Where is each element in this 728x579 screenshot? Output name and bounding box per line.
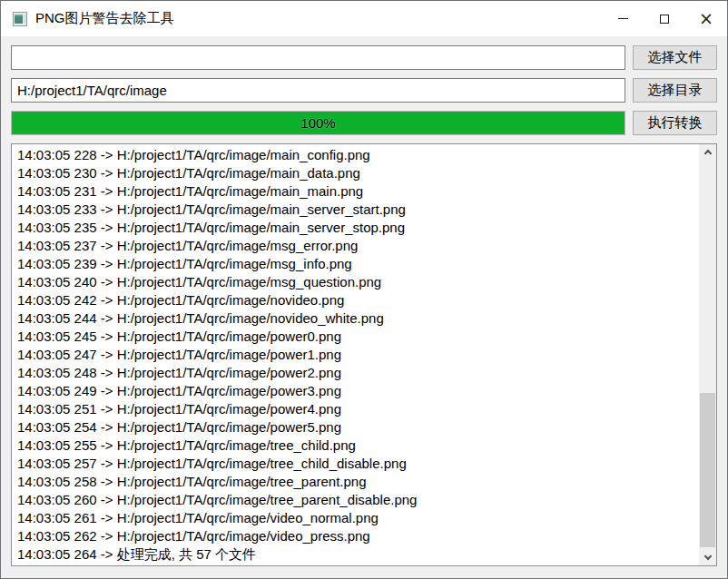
scrollbar-thumb[interactable] — [700, 393, 715, 547]
dir-picker-row: 选择目录 — [11, 78, 717, 103]
log-line: 14:03:05 228 -> H:/project1/TA/qrc/image… — [17, 146, 694, 164]
log-line: 14:03:05 233 -> H:/project1/TA/qrc/image… — [17, 201, 694, 219]
file-path-input[interactable] — [11, 45, 625, 70]
log-line: 14:03:05 244 -> H:/project1/TA/qrc/image… — [17, 309, 694, 328]
log-line: 14:03:05 264 -> 处理完成, 共 57 个文件 — [17, 545, 694, 564]
log-lines: 14:03:05 228 -> H:/project1/TA/qrc/image… — [12, 144, 716, 564]
log-line: 14:03:05 249 -> H:/project1/TA/qrc/image… — [17, 382, 694, 400]
titlebar: PNG图片警告去除工具 × — [1, 1, 727, 36]
app-window-icon — [13, 12, 27, 26]
log-line: 14:03:05 237 -> H:/project1/TA/qrc/image… — [17, 237, 694, 255]
log-line: 14:03:05 231 -> H:/project1/TA/qrc/image… — [17, 182, 694, 201]
log-line: 14:03:05 239 -> H:/project1/TA/qrc/image… — [17, 255, 694, 273]
close-button[interactable]: × — [685, 1, 727, 36]
log-line: 14:03:05 242 -> H:/project1/TA/qrc/image… — [17, 291, 694, 309]
directory-path-input[interactable] — [11, 78, 625, 103]
log-line: 14:03:05 257 -> H:/project1/TA/qrc/image… — [17, 455, 694, 473]
progress-percent-label: 100% — [12, 112, 625, 134]
log-line: 14:03:05 258 -> H:/project1/TA/qrc/image… — [17, 473, 694, 491]
minimize-button[interactable] — [602, 1, 644, 36]
execute-convert-button[interactable]: 执行转换 — [633, 111, 717, 135]
select-directory-button[interactable]: 选择目录 — [633, 78, 717, 103]
app-window: PNG图片警告去除工具 × 选择文件 选择目录 100% 执行转换 — [0, 0, 728, 579]
select-file-button[interactable]: 选择文件 — [633, 45, 717, 70]
minimize-icon — [618, 18, 628, 19]
window-title: PNG图片警告去除工具 — [35, 10, 174, 27]
log-output-box: 14:03:05 228 -> H:/project1/TA/qrc/image… — [11, 143, 717, 566]
log-line: 14:03:05 245 -> H:/project1/TA/qrc/image… — [17, 328, 694, 346]
progress-bar: 100% — [11, 111, 625, 135]
log-line: 14:03:05 247 -> H:/project1/TA/qrc/image… — [17, 346, 694, 364]
log-line: 14:03:05 235 -> H:/project1/TA/qrc/image… — [17, 219, 694, 237]
log-line: 14:03:05 251 -> H:/project1/TA/qrc/image… — [17, 400, 694, 418]
log-line: 14:03:05 255 -> H:/project1/TA/qrc/image… — [17, 437, 694, 455]
maximize-button[interactable] — [644, 1, 685, 36]
scroll-up-button[interactable] — [699, 144, 716, 160]
chevron-down-icon — [703, 553, 711, 560]
file-picker-row: 选择文件 — [11, 45, 717, 70]
scroll-down-button[interactable] — [699, 550, 716, 565]
convert-row: 100% 执行转换 — [11, 111, 717, 135]
close-icon: × — [699, 10, 713, 27]
log-line: 14:03:05 261 -> H:/project1/TA/qrc/image… — [17, 509, 694, 527]
log-line: 14:03:05 240 -> H:/project1/TA/qrc/image… — [17, 273, 694, 291]
log-line: 14:03:05 230 -> H:/project1/TA/qrc/image… — [17, 164, 694, 182]
client-area: 选择文件 选择目录 100% 执行转换 14:03:05 228 -> H:/p… — [1, 36, 727, 578]
chevron-up-icon — [703, 150, 711, 157]
log-line: 14:03:05 254 -> H:/project1/TA/qrc/image… — [17, 418, 694, 437]
log-line: 14:03:05 248 -> H:/project1/TA/qrc/image… — [17, 364, 694, 382]
log-line: 14:03:05 262 -> H:/project1/TA/qrc/image… — [17, 527, 694, 545]
log-line: 14:03:05 260 -> H:/project1/TA/qrc/image… — [17, 491, 694, 509]
maximize-icon — [660, 15, 669, 24]
log-scrollbar[interactable] — [699, 144, 716, 565]
